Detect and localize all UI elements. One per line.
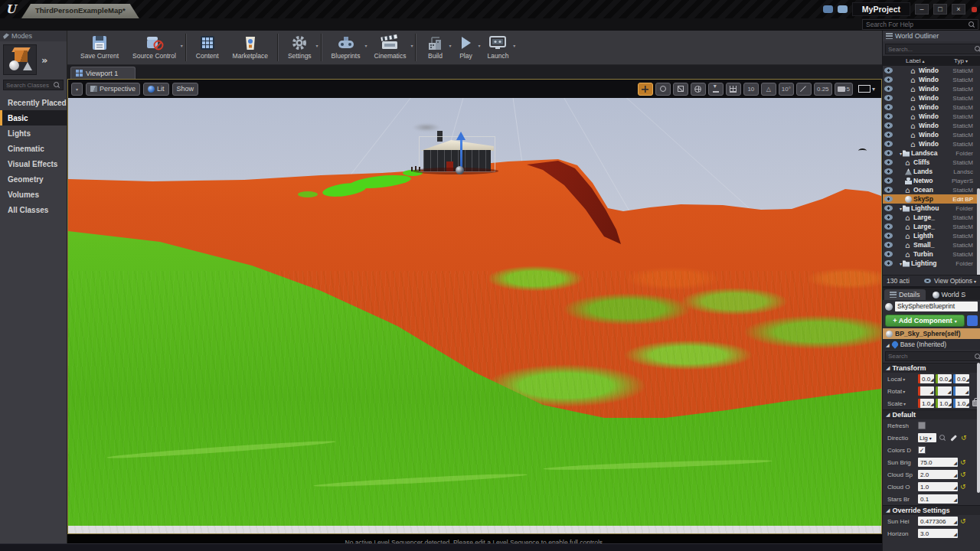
visibility-eye-icon[interactable] <box>884 242 893 248</box>
visibility-eye-icon[interactable] <box>884 251 893 257</box>
visibility-eye-icon[interactable] <box>884 141 893 147</box>
camera-speed-button[interactable]: 5 <box>835 83 853 96</box>
outliner-search-input[interactable] <box>886 46 975 53</box>
outliner-row[interactable]: Lands Landsc <box>883 167 980 176</box>
rotation-y-field[interactable]: ◢ <box>936 386 952 396</box>
cinematics-button[interactable]: Cinematics▾ <box>367 31 413 64</box>
tab-world-settings[interactable]: World S <box>927 289 972 300</box>
tab-details[interactable]: Details <box>884 289 926 300</box>
outliner-row[interactable]: SkySp Edit BP <box>883 194 980 204</box>
visibility-eye-icon[interactable] <box>884 233 893 239</box>
outliner-row[interactable]: Windo StaticM <box>883 121 980 130</box>
outliner-row[interactable]: Windo StaticM <box>883 103 980 112</box>
mode-category[interactable]: Volumes <box>0 187 67 202</box>
grid-snap-value[interactable]: 10 <box>743 83 759 96</box>
scale-y-field[interactable]: 1.0◢ <box>936 399 952 408</box>
scale-tool-button[interactable] <box>673 83 688 96</box>
visibility-eye-icon[interactable] <box>884 77 893 83</box>
numeric-field[interactable]: 75.0◢ <box>918 458 958 467</box>
chat-bubble-icon-2[interactable] <box>838 5 848 13</box>
reset-arrow-icon[interactable]: ↺ <box>960 518 966 524</box>
location-y-field[interactable]: 0.0◢ <box>936 374 952 383</box>
maximize-viewport-button[interactable]: ▾ <box>855 83 878 96</box>
visibility-eye-icon[interactable] <box>884 187 893 193</box>
perspective-button[interactable]: Perspective <box>86 83 140 96</box>
visibility-eye-icon[interactable] <box>884 260 893 266</box>
scale-x-field[interactable]: 1.0◢ <box>918 399 934 408</box>
menu-item[interactable] <box>0 21 15 30</box>
outliner-search[interactable] <box>885 44 980 54</box>
gizmo-z-arrowhead[interactable] <box>456 132 466 140</box>
grid-snap-button[interactable] <box>726 83 741 96</box>
modes-search[interactable] <box>3 80 64 90</box>
refresh-checkbox[interactable] <box>918 422 926 429</box>
numeric-field[interactable]: 0.1◢ <box>918 494 958 504</box>
help-search-input[interactable] <box>863 21 969 28</box>
outliner-row[interactable]: Netwo PlayerS <box>883 176 980 185</box>
outliner-row[interactable]: Small_ StaticM <box>883 240 980 249</box>
section-transform[interactable]: ◢Transform <box>883 363 980 373</box>
marketplace-button[interactable]: Marketplace <box>226 31 275 64</box>
actor-name-field[interactable]: SkySphereBlueprint <box>895 302 978 311</box>
show-button[interactable]: Show <box>172 83 199 96</box>
visibility-eye-icon[interactable] <box>884 150 893 156</box>
numeric-field[interactable]: 3.0◢ <box>918 529 958 538</box>
visibility-eye-icon[interactable] <box>884 67 893 73</box>
viewport-tab[interactable]: Viewport 1 <box>70 67 136 79</box>
outliner-row[interactable]: ▾ Lighthou Folder <box>883 204 980 213</box>
build-button[interactable]: Build▾ <box>419 31 451 64</box>
outliner-row[interactable]: Large_ StaticM <box>883 222 980 231</box>
mode-category[interactable]: Geometry <box>0 171 67 187</box>
scale-z-field[interactable]: 1.0◢ <box>953 399 969 408</box>
visibility-eye-icon[interactable] <box>884 95 893 101</box>
outliner-row[interactable]: Windo StaticM <box>883 75 980 84</box>
component-base-row[interactable]: ◢ Base (Inherited) <box>883 339 980 350</box>
reset-arrow-icon[interactable]: ↺ <box>960 471 966 478</box>
visibility-eye-icon[interactable] <box>884 223 893 230</box>
help-search[interactable] <box>862 19 978 30</box>
mode-category[interactable]: Basic <box>0 110 67 126</box>
viewport-scene[interactable] <box>68 80 881 533</box>
reset-arrow-icon[interactable]: ↺ <box>960 459 966 465</box>
directional-light-dropdown[interactable]: Lig▾ <box>918 433 936 442</box>
visibility-eye-icon[interactable] <box>884 168 893 174</box>
gizmo-origin-sphere[interactable] <box>456 166 464 174</box>
outliner-row[interactable]: Windo StaticM <box>883 66 980 75</box>
outliner-row[interactable]: Windo StaticM <box>883 93 980 103</box>
visibility-eye-icon[interactable] <box>884 214 893 220</box>
close-button[interactable]: × <box>952 4 965 15</box>
location-z-field[interactable]: 0.0◢ <box>953 374 969 383</box>
mode-category[interactable]: All Classes <box>0 202 67 217</box>
reset-arrow-icon[interactable]: ↺ <box>961 435 967 441</box>
modes-search-input[interactable] <box>4 82 54 89</box>
visibility-eye-icon[interactable] <box>884 86 893 92</box>
visibility-eye-icon[interactable] <box>884 178 893 184</box>
place-mode-button[interactable] <box>3 44 37 75</box>
outliner-row[interactable]: ▾ Landsca Folder <box>883 148 980 158</box>
expand-arrow-icon[interactable]: ▾ <box>900 151 902 156</box>
outliner-row[interactable]: Windo StaticM <box>883 112 980 121</box>
visibility-eye-icon[interactable] <box>884 205 893 211</box>
blueprints-button[interactable]: Blueprints▾ <box>325 31 368 64</box>
content-button[interactable]: Content <box>189 31 226 64</box>
launch-button[interactable]: Launch▾ <box>480 31 515 64</box>
section-default[interactable]: ◢Default <box>883 409 980 419</box>
outliner-scrollbar[interactable] <box>977 188 980 275</box>
viewport-options-button[interactable]: ▾ <box>71 83 83 96</box>
colors-checkbox[interactable]: ✓ <box>918 446 926 454</box>
mode-category[interactable]: Cinematic <box>0 141 67 156</box>
outliner-row[interactable]: Ocean StaticM <box>883 185 980 194</box>
minimize-button[interactable]: – <box>915 4 929 15</box>
gizmo-z-axis[interactable] <box>460 139 462 170</box>
outliner-row[interactable]: Cliffs StaticM <box>883 158 980 167</box>
view-options-button[interactable]: View Options ▾ <box>923 277 976 285</box>
outliner-row[interactable]: Windo StaticM <box>883 130 980 139</box>
outliner-row[interactable]: Turbin StaticM <box>883 249 980 259</box>
rotate-tool-button[interactable] <box>655 83 671 96</box>
source-control-button[interactable]: Source Control▾ <box>126 31 183 64</box>
lit-button[interactable]: Lit <box>143 83 169 96</box>
visibility-eye-icon[interactable] <box>884 159 893 165</box>
details-search-input[interactable] <box>886 353 975 360</box>
use-selected-icon[interactable] <box>950 435 956 441</box>
details-scrollbar[interactable] <box>977 363 980 493</box>
